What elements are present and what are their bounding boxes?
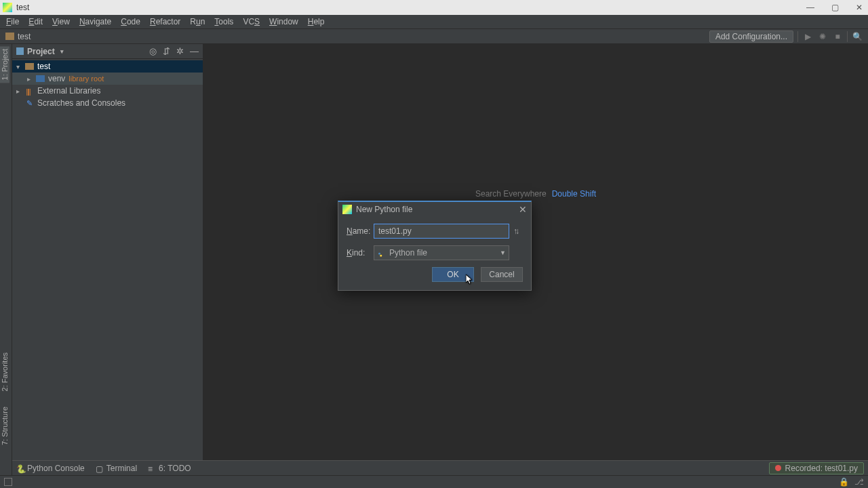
name-label: Name: [347, 226, 374, 236]
sort-icon[interactable]: ↑↓ [513, 226, 523, 236]
app-icon [342, 205, 352, 214]
new-python-file-dialog: New Python file ✕ Name: ↑↓ Kind: Python … [338, 201, 532, 291]
kind-value: Python file [389, 248, 427, 258]
ok-button[interactable]: OK [432, 267, 474, 282]
dialog-close-icon[interactable]: ✕ [519, 204, 527, 215]
name-input[interactable] [374, 224, 509, 239]
dialog-body: Name: ↑↓ Kind: Python file ▼ OK Cancel [338, 217, 531, 290]
kind-select[interactable]: Python file ▼ [374, 245, 509, 260]
dialog-overlay: New Python file ✕ Name: ↑↓ Kind: Python … [0, 0, 868, 488]
dialog-titlebar: New Python file ✕ [338, 202, 531, 217]
cancel-button[interactable]: Cancel [481, 267, 523, 282]
kind-label: Kind: [347, 248, 374, 258]
python-file-icon [377, 249, 386, 258]
chevron-down-icon: ▼ [500, 249, 506, 256]
dialog-title: New Python file [356, 205, 412, 214]
